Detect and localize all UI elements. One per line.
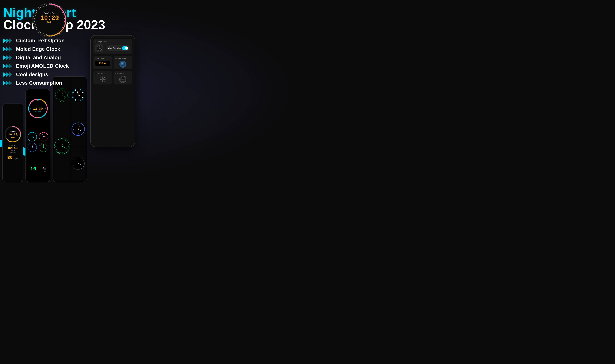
feature-text-5: Cool designs bbox=[16, 72, 48, 78]
text-memos-label: Text memos bbox=[115, 73, 131, 75]
svg-text:40: 40 bbox=[57, 16, 59, 18]
arrow-5b bbox=[6, 72, 9, 77]
customize-label: Customize bbox=[95, 73, 110, 75]
svg-rect-217 bbox=[104, 79, 106, 80]
digital-clock-display: 11:57 bbox=[95, 61, 110, 65]
analog-clock-icon bbox=[95, 44, 103, 52]
svg-rect-221 bbox=[100, 79, 101, 80]
svg-rect-218 bbox=[104, 80, 105, 82]
toggle-on[interactable] bbox=[122, 46, 128, 50]
analog-section: Analog Clocks bbox=[93, 39, 132, 54]
app-phone-screen: Analog Clocks bbox=[91, 36, 135, 147]
svg-point-208 bbox=[99, 48, 100, 48]
arrow-icon-3 bbox=[3, 55, 12, 60]
arrow-6c bbox=[9, 81, 12, 85]
feature-text-1: Custom Text Option bbox=[16, 38, 65, 43]
app-phone-mockup: Analog Clocks bbox=[90, 35, 135, 147]
arrow-6a bbox=[3, 81, 6, 85]
svg-rect-219 bbox=[102, 81, 103, 82]
arrow-1a bbox=[3, 39, 6, 43]
svg-rect-215 bbox=[102, 77, 103, 78]
text-memos-section: Text memos bbox=[114, 71, 132, 84]
customize-section: Customize bbox=[93, 71, 112, 84]
feature-text-2: Moled Edge Clock bbox=[16, 46, 60, 52]
arrow-4a bbox=[3, 64, 6, 68]
arrow-icon-2 bbox=[3, 47, 12, 51]
animated-clock-section: Animated clock bbox=[114, 56, 132, 69]
svg-rect-222 bbox=[100, 77, 102, 78]
svg-point-226 bbox=[123, 79, 123, 80]
svg-rect-216 bbox=[104, 77, 105, 78]
gear-settings-icon bbox=[99, 76, 106, 83]
svg-rect-220 bbox=[100, 80, 102, 82]
arrow-2b bbox=[6, 47, 9, 51]
animated-clock-label: Animated clock bbox=[115, 58, 131, 59]
arrow-icon-4 bbox=[3, 64, 12, 68]
main-content: Jan 16 Sat 10:20 40 AM 2021 bbox=[0, 0, 307, 182]
svg-point-212 bbox=[121, 62, 125, 66]
arrow-3c bbox=[9, 55, 12, 60]
hero-clock-svg: Jan 16 Sat 10:20 40 AM 2021 bbox=[32, 2, 67, 38]
customize-memos-grid: Customize bbox=[93, 71, 132, 84]
arrow-6b bbox=[6, 81, 9, 85]
arrow-2a bbox=[3, 47, 6, 51]
arrow-4b bbox=[6, 64, 9, 68]
toggle-knob bbox=[125, 47, 128, 50]
analog-section-content: Allow Permission bbox=[95, 44, 130, 52]
arrow-3a bbox=[3, 55, 6, 60]
allow-permission-toggle[interactable]: Allow Permission bbox=[107, 45, 130, 51]
arrow-2c bbox=[9, 47, 12, 51]
feature-text-3: Digital and Analog bbox=[16, 54, 61, 61]
arrow-icon-1 bbox=[3, 39, 12, 43]
digital-clocks-section: Digital Clocks 11:57 bbox=[93, 56, 112, 69]
svg-point-214 bbox=[102, 79, 103, 80]
feature-text-6: Less Consumption bbox=[16, 80, 62, 86]
arrow-icon-6 bbox=[3, 81, 12, 85]
digital-animated-grid: Digital Clocks 11:57 Animated clock bbox=[93, 56, 132, 69]
svg-text:AM: AM bbox=[57, 18, 59, 20]
arrow-icon-5 bbox=[3, 72, 12, 77]
arrow-1c bbox=[9, 39, 12, 43]
svg-text:10:20: 10:20 bbox=[41, 14, 59, 21]
animated-clock-icon bbox=[119, 61, 126, 68]
text-memo-clock-icon bbox=[119, 76, 126, 83]
arrow-5c bbox=[9, 72, 12, 77]
arrow-4c bbox=[9, 64, 12, 68]
hero-clock: Jan 16 Sat 10:20 40 AM 2021 bbox=[32, 2, 67, 38]
digital-clock-time: 11:57 bbox=[99, 62, 107, 65]
right-section: Night Smart Clocks App 2023 Custom Text … bbox=[0, 0, 138, 182]
svg-text:2021: 2021 bbox=[47, 21, 53, 24]
arrow-3b bbox=[6, 55, 9, 60]
analog-section-title: Analog Clocks bbox=[95, 41, 130, 43]
feature-text-4: Emoji AMOLED Clock bbox=[16, 63, 69, 69]
digital-clocks-label: Digital Clocks bbox=[95, 58, 110, 59]
arrow-1b bbox=[6, 39, 9, 43]
arrow-5a bbox=[3, 72, 6, 77]
allow-permission-label: Allow Permission bbox=[109, 47, 121, 49]
